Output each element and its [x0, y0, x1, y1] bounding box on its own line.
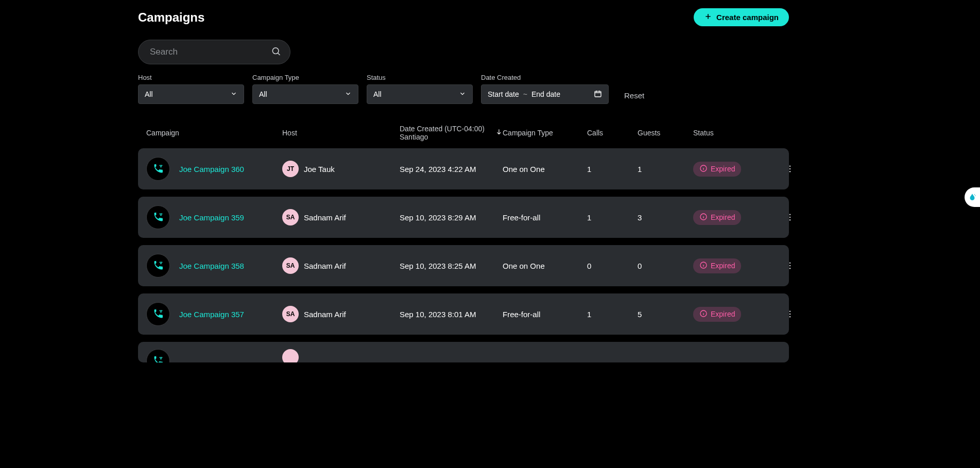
- table-row: [138, 342, 789, 362]
- sort-desc-icon: [495, 128, 503, 137]
- row-actions-button[interactable]: [784, 211, 796, 223]
- cell-date: Sep 24, 2023 4:22 AM: [400, 165, 503, 174]
- avatar: SA: [282, 209, 299, 226]
- filter-date-label: Date Created: [481, 74, 609, 81]
- svg-point-4: [160, 166, 161, 167]
- filter-host-select[interactable]: All: [138, 84, 244, 104]
- svg-point-25: [160, 311, 161, 313]
- filter-host-label: Host: [138, 74, 244, 81]
- status-text: Expired: [711, 213, 735, 221]
- cell-calls: 1: [587, 213, 638, 222]
- svg-point-22: [789, 268, 791, 269]
- filter-type-value: All: [259, 90, 267, 98]
- svg-rect-1: [595, 91, 601, 97]
- campaign-link[interactable]: Joe Campaign 357: [179, 310, 244, 319]
- info-icon: [699, 164, 708, 174]
- cell-calls: 0: [587, 262, 638, 270]
- th-campaign[interactable]: Campaign: [146, 129, 282, 137]
- svg-point-31: [161, 357, 162, 358]
- svg-point-17: [161, 262, 162, 263]
- page-title: Campaigns: [138, 10, 204, 25]
- row-actions-button[interactable]: [784, 308, 796, 320]
- th-type[interactable]: Campaign Type: [503, 129, 587, 137]
- svg-point-20: [789, 262, 791, 264]
- th-status[interactable]: Status: [693, 129, 765, 137]
- filter-date-range[interactable]: Start date ~ End date: [481, 84, 609, 104]
- status-text: Expired: [711, 310, 735, 318]
- campaign-link[interactable]: Joe Campaign 359: [179, 213, 244, 222]
- info-icon: [699, 213, 708, 222]
- cell-guests: 0: [638, 262, 693, 270]
- calendar-icon: [594, 90, 602, 99]
- th-host[interactable]: Host: [282, 129, 400, 137]
- svg-point-13: [789, 214, 791, 215]
- info-icon: [699, 309, 708, 319]
- svg-point-3: [161, 165, 162, 166]
- campaign-link[interactable]: Joe Campaign 360: [179, 165, 244, 174]
- th-date[interactable]: Date Created (UTC-04:00) Santiago: [400, 125, 503, 141]
- svg-point-8: [789, 171, 791, 172]
- chevron-down-icon: [459, 90, 466, 99]
- cell-type: One on One: [503, 262, 587, 270]
- svg-point-11: [160, 215, 161, 216]
- phone-chat-icon: [146, 349, 170, 362]
- svg-point-7: [789, 168, 791, 170]
- phone-chat-icon: [146, 205, 170, 229]
- status-badge: Expired: [693, 162, 741, 177]
- svg-point-6: [789, 165, 791, 167]
- svg-point-24: [161, 310, 162, 311]
- svg-point-10: [161, 213, 162, 214]
- filter-status-value: All: [373, 90, 382, 98]
- filter-status-select[interactable]: All: [367, 84, 473, 104]
- filter-type-select[interactable]: All: [252, 84, 358, 104]
- cell-guests: 3: [638, 213, 693, 222]
- th-calls[interactable]: Calls: [587, 129, 638, 137]
- search-input[interactable]: [138, 40, 290, 64]
- avatar: SA: [282, 306, 299, 322]
- svg-point-33: [974, 194, 975, 195]
- svg-point-2: [160, 165, 161, 166]
- cell-date: Sep 10, 2023 8:01 AM: [400, 310, 503, 319]
- phone-chat-icon: [146, 302, 170, 326]
- svg-point-15: [789, 219, 791, 221]
- avatar: SA: [282, 257, 299, 274]
- svg-point-9: [160, 213, 161, 214]
- side-widget-toggle[interactable]: [965, 187, 980, 207]
- host-name: Sadnam Arif: [304, 310, 346, 319]
- create-campaign-button[interactable]: Create campaign: [694, 8, 789, 26]
- th-guests[interactable]: Guests: [638, 129, 693, 137]
- th-date-label: Date Created (UTC-04:00) Santiago: [400, 125, 488, 141]
- cell-calls: 1: [587, 165, 638, 174]
- plus-icon: [704, 12, 712, 22]
- avatar: JT: [282, 161, 299, 177]
- filter-host-value: All: [145, 90, 153, 98]
- host-name: Sadnam Arif: [304, 213, 346, 222]
- status-badge: Expired: [693, 307, 741, 322]
- create-campaign-label: Create campaign: [716, 13, 779, 22]
- cell-guests: 5: [638, 310, 693, 319]
- cell-calls: 1: [587, 310, 638, 319]
- cell-guests: 1: [638, 165, 693, 174]
- reset-filters-button[interactable]: Reset: [624, 91, 644, 100]
- svg-point-0: [272, 48, 279, 54]
- row-actions-button[interactable]: [784, 163, 796, 175]
- svg-point-27: [789, 310, 791, 312]
- filter-status-label: Status: [367, 74, 473, 81]
- status-text: Expired: [711, 165, 735, 173]
- campaign-link[interactable]: Joe Campaign 358: [179, 262, 244, 270]
- date-start-placeholder: Start date: [488, 90, 519, 98]
- filter-type-label: Campaign Type: [252, 74, 358, 81]
- svg-point-32: [160, 358, 161, 359]
- table-row: Joe Campaign 358SASadnam ArifSep 10, 202…: [138, 245, 789, 286]
- status-badge: Expired: [693, 258, 741, 273]
- svg-point-23: [160, 310, 161, 311]
- svg-point-28: [789, 314, 791, 315]
- cell-date: Sep 10, 2023 8:25 AM: [400, 262, 503, 270]
- avatar: [282, 349, 299, 362]
- row-actions-button[interactable]: [784, 259, 796, 272]
- cell-date: Sep 10, 2023 8:29 AM: [400, 213, 503, 222]
- search-icon: [271, 46, 281, 58]
- table-header: Campaign Host Date Created (UTC-04:00) S…: [138, 125, 789, 141]
- cell-type: Free-for-all: [503, 310, 587, 319]
- status-badge: Expired: [693, 210, 741, 225]
